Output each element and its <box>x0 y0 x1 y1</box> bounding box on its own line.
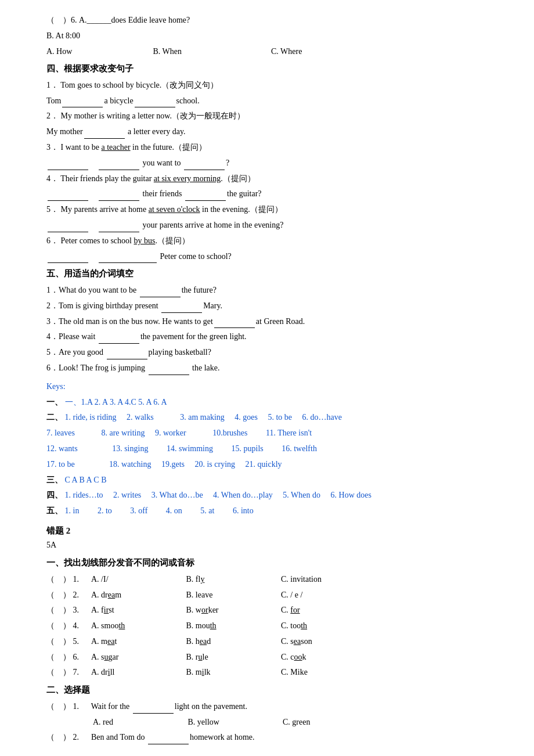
mcq-item2: （ ） 2. Ben and Tom do homework at home. <box>46 730 499 744</box>
s5-item2: 2．Tom is giving birthday present Mary. <box>46 299 499 313</box>
pron-item2: （ ） 2. A. dream B. leave C. / e / <box>46 588 499 602</box>
q6-choices: A. How B. When C. Where <box>46 45 499 59</box>
keys-si: 四、 1. rides…to 2. writes 3. What do…be 4… <box>46 488 499 502</box>
section5-title: 五、用适当的介词填空 <box>46 267 499 282</box>
s4-item3: 3． I want to be a teacher in the future.… <box>46 141 499 154</box>
s4-item4-num: 4． <box>46 174 59 183</box>
keys-san: 三、 C A B A C B <box>46 473 499 487</box>
s5-item6: 6．Look! The frog is jumping the lake. <box>46 361 499 375</box>
s4-item5: 5． My parents arrive at home at seven o'… <box>46 203 499 217</box>
5a-label: 5A <box>46 538 499 552</box>
s4-item6-answer: Peter come to school? <box>46 250 499 264</box>
s5-item4: 4．Please wait the pavement for the green… <box>46 330 499 344</box>
pronunciation-title: 一、找出划线部分发音不同的词或音标 <box>46 556 499 571</box>
s4-item6-text: Peter comes to school by bus.（提问） <box>61 236 190 245</box>
pron-item7: （ ） 7. A. drill B. milk C. Mike <box>46 665 499 679</box>
s4-item2-num: 2． <box>46 111 59 120</box>
cuoti-label: 错题 2 <box>46 524 499 539</box>
s5-item5: 5．Are you good playing basketball? <box>46 345 499 359</box>
s4-item1: 1． Tom goes to school by bicycle.（改为同义句） <box>46 78 499 92</box>
s4-item2-text: My mother is writing a letter now.（改为一般现… <box>61 111 246 120</box>
s4-item3-text: I want to be a teacher in the future.（提问… <box>61 143 207 152</box>
s4-item5-answer: your parents arrive at home in the eveni… <box>46 218 499 232</box>
s4-item1-answer-text: Toma bicycleschool. <box>46 96 200 105</box>
s4-item6: 6． Peter comes to school by bus.（提问） <box>46 234 499 248</box>
pron-item3: （ ） 3. A. first B. worker C. for <box>46 603 499 617</box>
s4-item1-answer: Toma bicycleschool. <box>46 94 499 108</box>
s4-item3-answer: you want to ? <box>46 156 499 170</box>
q6-choice-c: C. Where <box>271 47 302 56</box>
pron-item5: （ ） 5. A. meat B. head C. season <box>46 635 499 649</box>
keys-yi: 一、 一、1.A 2. A 3. A 4.C 5. A 6. A <box>46 395 499 409</box>
pron-item1: （ ） 1. A. /I/ B. fly C. invitation <box>46 573 499 586</box>
q6-choice-a: A. How <box>46 45 151 59</box>
keys-er-2: 7. leaves 8. are writing 9. worker 10.br… <box>46 426 499 440</box>
section4-title: 四、根据要求改变句子 <box>46 62 499 77</box>
s4-item6-num: 6． <box>46 236 59 245</box>
mcq-item1-choices: A. red B. yellow C. green <box>93 715 499 729</box>
pron-item6: （ ） 6. A. sugar B. rule C. cook <box>46 650 499 664</box>
keys-er-4: 17. to be 18. watching 19.gets 20. is cr… <box>46 458 499 471</box>
s4-item1-text: Tom goes to school by bicycle.（改为同义句） <box>60 81 218 89</box>
q6-row: （ ）6. A.______does Eddie leave home? <box>46 13 499 27</box>
keys-label: Keys: <box>46 380 499 394</box>
s5-item3: 3．The old man is on the bus now. He want… <box>46 315 499 329</box>
keys-wu: 五、 1. in 2. to 3. off 4. on 5. at 6. int… <box>46 504 499 518</box>
s4-item1-num: 1． <box>46 81 59 89</box>
s4-item5-num: 5． <box>46 205 59 214</box>
s4-item4: 4． Their friends play the guitar at six … <box>46 172 499 186</box>
pron-item4: （ ） 4. A. smooth B. mouth C. tooth <box>46 619 499 633</box>
s4-item4-text: Their friends play the guitar at six eve… <box>60 174 255 183</box>
q6-paren: （ ）6. A.______does Eddie leave home? <box>46 16 190 24</box>
s4-item2-answer-text: My mother a letter every day. <box>46 127 185 136</box>
s4-item2-answer: My mother a letter every day. <box>46 125 499 139</box>
s4-item5-text: My parents arrive at home at seven o'clo… <box>61 205 283 214</box>
q6-choice-b: B. When <box>153 45 269 59</box>
mcq-item1: （ ） 1. Wait for the light on the pavemen… <box>46 700 499 714</box>
s4-item3-num: 3． <box>46 143 59 152</box>
s4-item4-answer: their friends the guitar? <box>46 187 499 201</box>
s5-item1: 1．What do you want to be the future? <box>46 283 499 297</box>
mcq-title: 二、选择题 <box>46 683 499 698</box>
keys-er: 二、 1. ride, is riding 2. walks 3. am mak… <box>46 411 499 424</box>
s4-item2: 2． My mother is writing a letter now.（改为… <box>46 109 499 123</box>
keys-er-3: 12. wants 13. singing 14. swimming 15. p… <box>46 442 499 456</box>
q6-b-text: B. At 8:00 <box>46 31 80 40</box>
q6-optionb: B. At 8:00 <box>46 29 499 43</box>
